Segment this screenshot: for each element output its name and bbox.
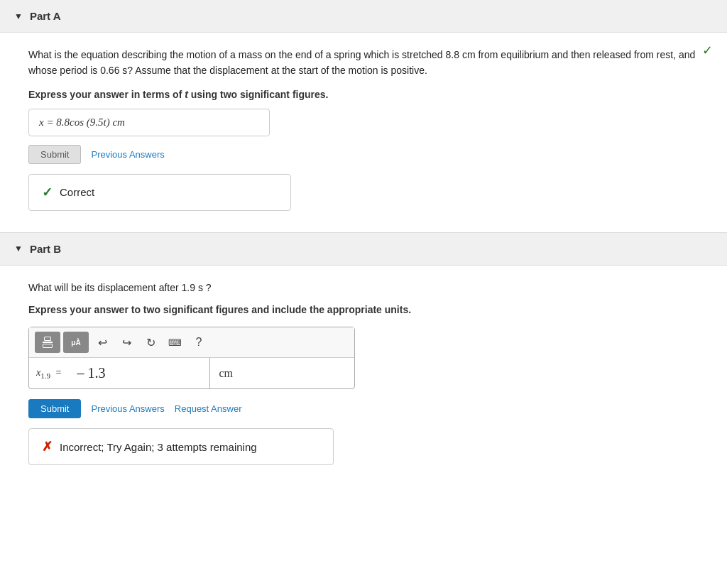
units-button[interactable]: μÀ [63,332,89,353]
refresh-button[interactable]: ↻ [140,332,161,353]
page-container: ▼ Part A ✓ What is the equation describi… [0,0,727,588]
part-b-request-answer-link[interactable]: Request Answer [175,403,242,414]
part-b-label: Part B [30,243,61,255]
part-b-submit-button[interactable]: Submit [28,399,81,418]
part-a-answer-box: x = 8.8cos (9.5t) cm [28,109,270,136]
keyboard-icon: ⌨ [168,337,182,348]
redo-button[interactable]: ↪ [116,332,137,353]
incorrect-x-icon: ✗ [42,439,53,454]
math-unit-display: cm [210,360,354,387]
part-a-answer-value: x = 8.8cos (9.5t) cm [39,116,125,128]
part-b-chevron-icon: ▼ [14,244,23,254]
part-b-question: What will be its displacement after 1.9 … [28,280,699,295]
undo-icon: ↩ [98,336,107,349]
frac-top [44,337,51,341]
part-a-corner-check-icon: ✓ [702,43,713,58]
part-a-previous-answers-link[interactable]: Previous Answers [91,149,164,160]
part-a-content: ✓ What is the equation describing the mo… [0,33,727,232]
undo-button[interactable]: ↩ [92,332,113,353]
fraction-button[interactable] [35,332,60,353]
part-a-result-text: Correct [60,186,94,198]
math-value-input[interactable] [68,358,210,388]
math-variable-label: x1.9 = [29,367,68,380]
correct-check-icon: ✓ [42,185,53,200]
part-b-submit-row: Submit Previous Answers Request Answer [28,399,699,418]
part-a-label: Part A [30,10,61,22]
refresh-icon: ↻ [146,336,155,349]
part-b-result-text: Incorrect; Try Again; 3 attempts remaini… [60,441,257,453]
part-a-result-box: ✓ Correct [28,174,291,211]
frac-line [43,342,53,343]
part-a-header[interactable]: ▼ Part A [0,0,727,33]
part-b-result-box: ✗ Incorrect; Try Again; 3 attempts remai… [28,428,334,465]
help-icon: ? [196,336,202,349]
math-input-row: x1.9 = cm [29,358,354,388]
part-a-question: What is the equation describing the moti… [28,47,699,79]
part-a-submit-button[interactable]: Submit [28,145,81,164]
part-b-content: What will be its displacement after 1.9 … [0,266,727,486]
part-b-previous-answers-link[interactable]: Previous Answers [91,403,164,414]
frac-bot [43,344,53,348]
part-a-chevron-icon: ▼ [14,11,23,21]
part-b-instruction: Express your answer to two significant f… [28,304,699,315]
fraction-icon [43,337,53,348]
part-a-instruction: Express your answer in terms of t using … [28,89,699,100]
help-button[interactable]: ? [188,332,209,353]
math-input-widget: μÀ ↩ ↪ ↻ ⌨ ? [28,327,355,389]
part-a-submit-row: Submit Previous Answers [28,145,699,164]
keyboard-button[interactable]: ⌨ [164,332,185,353]
redo-icon: ↪ [122,336,131,349]
math-toolbar: μÀ ↩ ↪ ↻ ⌨ ? [29,327,354,358]
part-b-header[interactable]: ▼ Part B [0,233,727,266]
